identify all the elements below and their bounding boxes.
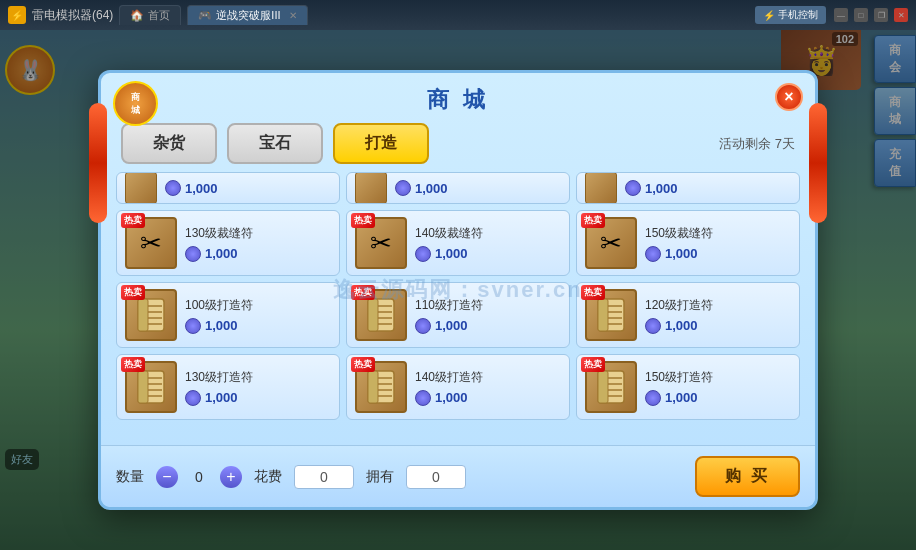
top-bar: ⚡ 雷电模拟器(64) 🏠 首页 🎮 逆战突破服III ✕ ⚡ 手机控制 — □… xyxy=(0,0,916,30)
item-card[interactable]: 热卖✂150级裁缝符1,000 xyxy=(576,210,800,276)
item-icon-wrap: 热卖✂ xyxy=(585,217,637,269)
item-name: 150级裁缝符 xyxy=(645,225,791,242)
currency-icon xyxy=(415,318,431,334)
item-price-value: 1,000 xyxy=(435,390,468,405)
buy-button[interactable]: 购 买 xyxy=(695,456,800,497)
item-name: 140级裁缝符 xyxy=(415,225,561,242)
item-info: 140级裁缝符1,000 xyxy=(415,225,561,262)
maximize-button[interactable]: □ xyxy=(854,8,868,22)
item-card[interactable]: 热卖130级打造符1,000 xyxy=(116,354,340,420)
item-info: 110级打造符1,000 xyxy=(415,297,561,334)
item-card[interactable]: 热卖110级打造符1,000 xyxy=(346,282,570,348)
items-grid: 热卖✂130级裁缝符1,000热卖✂140级裁缝符1,000热卖✂150级裁缝符… xyxy=(116,210,800,420)
item-name: 100级打造符 xyxy=(185,297,331,314)
item-name: 140级打造符 xyxy=(415,369,561,386)
qty-label: 数量 xyxy=(116,468,144,486)
item-price-row: 1,000 xyxy=(645,390,791,406)
qty-minus-button[interactable]: − xyxy=(156,466,178,488)
hot-badge: 热卖 xyxy=(351,357,375,372)
hot-badge: 热卖 xyxy=(121,213,145,228)
price-icon xyxy=(165,180,181,196)
item-info: 150级打造符1,000 xyxy=(645,369,791,406)
item-card[interactable]: 热卖140级打造符1,000 xyxy=(346,354,570,420)
currency-icon xyxy=(185,246,201,262)
hot-badge: 热卖 xyxy=(351,285,375,300)
game-area: 🐰 好友 👸 102 商会 商城 充值 商城 商 城 × xyxy=(0,30,916,550)
game-tab[interactable]: 🎮 逆战突破服III ✕ xyxy=(187,5,307,25)
items-area: 1,000 1,000 1,000 xyxy=(101,172,815,437)
item-price-row: 1,000 xyxy=(645,318,791,334)
hot-badge: 热卖 xyxy=(121,285,145,300)
qty-plus-button[interactable]: + xyxy=(220,466,242,488)
top-bar-right: ⚡ 手机控制 — □ ❐ ✕ xyxy=(755,6,908,24)
close-button[interactable]: ✕ xyxy=(894,8,908,22)
app-title: 雷电模拟器(64) xyxy=(32,7,113,24)
qty-value: 0 xyxy=(184,469,214,485)
price-icon xyxy=(395,180,411,196)
shop-tab-row: 杂货 宝石 打造 活动剩余 7天 xyxy=(101,123,815,164)
item-icon-wrap: 热卖 xyxy=(585,361,637,413)
shop-avatar-icon: 商城 xyxy=(113,81,158,126)
app-icon: ⚡ xyxy=(8,6,26,24)
item-price-value: 1,000 xyxy=(665,246,698,261)
item-price-row: 1,000 xyxy=(415,390,561,406)
item-card[interactable]: 热卖✂130级裁缝符1,000 xyxy=(116,210,340,276)
top-partial-row: 1,000 1,000 1,000 xyxy=(116,172,800,204)
item-price-value: 1,000 xyxy=(205,246,238,261)
item-card[interactable]: 热卖100级打造符1,000 xyxy=(116,282,340,348)
tab-dazao[interactable]: 打造 xyxy=(333,123,429,164)
hot-badge: 热卖 xyxy=(581,213,605,228)
currency-icon xyxy=(645,246,661,262)
item-price-row: 1,000 xyxy=(185,318,331,334)
item-card[interactable]: 热卖120级打造符1,000 xyxy=(576,282,800,348)
currency-icon xyxy=(415,390,431,406)
item-card[interactable]: 热卖150级打造符1,000 xyxy=(576,354,800,420)
item-card[interactable]: 热卖✂140级裁缝符1,000 xyxy=(346,210,570,276)
currency-icon xyxy=(185,318,201,334)
tab-zahuo[interactable]: 杂货 xyxy=(121,123,217,164)
item-info: 150级裁缝符1,000 xyxy=(645,225,791,262)
tab-close-icon[interactable]: ✕ xyxy=(289,10,297,21)
hot-badge: 热卖 xyxy=(351,213,375,228)
modal-overlay: 商城 商 城 × 杂货 宝石 打造 活动剩余 7天 xyxy=(0,30,916,550)
cost-value: 0 xyxy=(294,465,354,489)
item-price-row: 1,000 xyxy=(415,246,561,262)
currency-icon xyxy=(645,318,661,334)
hot-badge: 热卖 xyxy=(581,357,605,372)
home-tab[interactable]: 🏠 首页 xyxy=(119,5,181,25)
bottom-bar: 数量 − 0 + 花费 0 拥有 0 购 买 xyxy=(101,445,815,507)
partial-item-2[interactable]: 1,000 xyxy=(346,172,570,204)
game-tab-icon: 🎮 xyxy=(198,9,212,22)
price-row: 1,000 xyxy=(165,180,218,196)
svg-rect-7 xyxy=(368,299,378,331)
item-name: 150级打造符 xyxy=(645,369,791,386)
item-price-row: 1,000 xyxy=(185,246,331,262)
own-value: 0 xyxy=(406,465,466,489)
item-info: 100级打造符1,000 xyxy=(185,297,331,334)
svg-rect-19 xyxy=(138,371,148,403)
price-icon xyxy=(625,180,641,196)
item-icon-wrap: 热卖✂ xyxy=(355,217,407,269)
shop-modal: 商城 商 城 × 杂货 宝石 打造 活动剩余 7天 xyxy=(98,70,818,510)
qty-control: − 0 + xyxy=(156,466,242,488)
item-price-row: 1,000 xyxy=(185,390,331,406)
item-icon-wrap: 热卖 xyxy=(125,361,177,413)
item-name: 120级打造符 xyxy=(645,297,791,314)
minimize-button[interactable]: — xyxy=(834,8,848,22)
hot-badge: 热卖 xyxy=(121,357,145,372)
item-name: 130级裁缝符 xyxy=(185,225,331,242)
modal-header: 商城 商 城 × xyxy=(101,73,815,123)
phone-control-button[interactable]: ⚡ 手机控制 xyxy=(755,6,826,24)
partial-item-3[interactable]: 1,000 xyxy=(576,172,800,204)
item-price-value: 1,000 xyxy=(665,390,698,405)
partial-item-1[interactable]: 1,000 xyxy=(116,172,340,204)
item-info: 140级打造符1,000 xyxy=(415,369,561,406)
item-name: 110级打造符 xyxy=(415,297,561,314)
window-controls: — □ ❐ ✕ xyxy=(834,8,908,22)
restore-button[interactable]: ❐ xyxy=(874,8,888,22)
svg-rect-1 xyxy=(138,299,148,331)
item-price-row: 1,000 xyxy=(415,318,561,334)
modal-close-button[interactable]: × xyxy=(775,83,803,111)
tab-baoshi[interactable]: 宝石 xyxy=(227,123,323,164)
item-price-value: 1,000 xyxy=(435,318,468,333)
